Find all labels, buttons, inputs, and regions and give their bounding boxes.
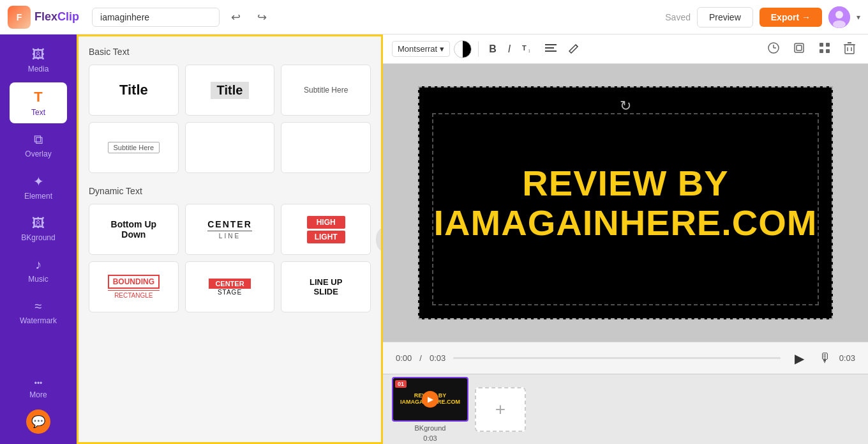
redo-button[interactable]: ↪ (252, 8, 272, 27)
svg-rect-17 (845, 45, 854, 54)
sidebar-item-watermark[interactable]: ≈ Watermark (10, 293, 67, 332)
watermark-icon: ≈ (35, 299, 42, 314)
svg-rect-16 (826, 49, 830, 53)
sidebar-item-bkground[interactable]: 🖼 BKground (10, 210, 67, 249)
avatar-chevron[interactable]: ▾ (857, 13, 860, 22)
element-icon: ✦ (33, 174, 44, 189)
divider1 (478, 42, 479, 57)
overlay-icon: ⧉ (34, 132, 43, 147)
svg-point-2 (833, 20, 846, 28)
current-time-label: 0:00 (396, 353, 412, 363)
text-card-bottom-up-down[interactable]: Bottom Up Down (89, 204, 179, 255)
color-picker-button[interactable] (454, 40, 472, 58)
panel-collapse-arrow[interactable]: ‹ (376, 228, 383, 251)
text-size-button[interactable]: T↕ (518, 40, 537, 59)
grid-button[interactable] (814, 39, 835, 59)
media-icon: 🖼 (32, 47, 45, 62)
canvas-reload-icon[interactable]: ↻ (620, 98, 631, 114)
grid-icon (818, 42, 831, 54)
italic-button[interactable]: I (504, 41, 514, 57)
avatar[interactable] (828, 6, 850, 28)
text-card-title2[interactable]: Title (185, 65, 275, 116)
bounding-content: BOUNDING RECTANGLE (108, 275, 160, 299)
highlight-content: HIGH LIGHT (307, 216, 345, 243)
bounding-sub: RECTANGLE (108, 290, 160, 299)
sidebar-item-label-element: Element (24, 192, 52, 201)
export-button[interactable]: Export → (760, 8, 822, 27)
topbar: F FlexClip ↩ ↪ Saved Preview Export → ▾ (0, 0, 868, 34)
sidebar-item-label-overlay: Overlay (25, 149, 51, 158)
main-area: 🖼 Media T Text ⧉ Overlay ✦ Element 🖼 BKg… (0, 34, 868, 444)
align-button[interactable] (541, 40, 560, 58)
sidebar-item-label-text: Text (31, 108, 45, 117)
center-stage-content: CENTER STAGE (209, 279, 250, 296)
time-separator: / (419, 353, 422, 363)
clock-button[interactable] (763, 39, 784, 59)
canvas-text-line1: REVIEW BY (434, 164, 818, 203)
canvas[interactable]: ↻ REVIEW BY IAMAGAINHERE.COM (418, 86, 833, 319)
lineup-line1: LINE UP (310, 277, 342, 287)
delete-icon (844, 42, 855, 54)
sidebar-item-label-media: Media (28, 65, 49, 73)
text-card-title1[interactable]: Title (89, 65, 179, 116)
canvas-text: REVIEW BY IAMAGAINHERE.COM (428, 157, 824, 249)
center-stage-sub: STAGE (209, 289, 250, 296)
bottom-up-line1: Bottom Up (111, 219, 157, 229)
canvas-wrapper: ↻ REVIEW BY IAMAGAINHERE.COM (383, 64, 868, 342)
text-card-empty2[interactable] (281, 122, 371, 173)
delete-button[interactable] (840, 39, 859, 59)
layers-button[interactable] (789, 39, 809, 59)
highlight-line2: LIGHT (307, 231, 345, 243)
svg-rect-11 (795, 43, 804, 52)
clip-duration-1: 0:03 (423, 434, 437, 442)
chat-bubble-button[interactable]: 💬 (26, 410, 50, 434)
clip-label-1: BKground (415, 424, 446, 432)
font-selector[interactable]: Montserrat ▾ (392, 41, 450, 57)
chevron-left-icon: ‹ (382, 235, 383, 244)
preview-button[interactable]: Preview (697, 7, 753, 27)
sidebar-item-text[interactable]: T Text (10, 82, 67, 123)
sidebar: 🖼 Media T Text ⧉ Overlay ✦ Element 🖼 BKg… (0, 34, 77, 444)
play-button[interactable]: ▶ (788, 347, 811, 370)
text-card-subtitle1[interactable]: Subtitle Here (281, 65, 371, 116)
text-card-center-stage[interactable]: CENTER STAGE (185, 261, 275, 312)
undo-button[interactable]: ↩ (226, 8, 246, 27)
sidebar-item-media[interactable]: 🖼 Media (10, 41, 67, 80)
text-card-center-line[interactable]: CENTER LINE (185, 204, 275, 255)
project-name-input[interactable] (92, 8, 220, 27)
play-overlay-1[interactable]: ▶ (422, 391, 438, 408)
svg-rect-15 (819, 49, 823, 53)
sidebar-item-element[interactable]: ✦ Element (10, 167, 67, 207)
sidebar-item-overlay[interactable]: ⧉ Overlay (10, 126, 67, 165)
toolbar-right (763, 39, 859, 59)
add-clip-button[interactable]: + (475, 387, 526, 432)
text-card-subtitle2[interactable]: Subtitle Here (89, 122, 179, 173)
font-chevron-icon: ▾ (440, 44, 444, 54)
canvas-text-line2: IAMAGAINHERE.COM (434, 203, 818, 243)
total-time-label: 0:03 (430, 353, 445, 363)
dynamic-text-grid: Bottom Up Down CENTER LINE HIGH LIGHT (89, 204, 371, 312)
basic-text-title: Basic Text (89, 47, 371, 57)
bottom-up-down-content: Bottom Up Down (111, 219, 157, 240)
play-icon: ▶ (795, 351, 804, 366)
more-icon: ••• (34, 379, 43, 388)
edit-button[interactable] (564, 40, 583, 59)
text-card-empty1[interactable] (185, 122, 275, 173)
sidebar-item-music[interactable]: ♪ Music (10, 251, 67, 290)
font-name-label: Montserrat (398, 44, 437, 54)
clip-thumb-1[interactable]: REVIEW BY IAMAGAINHERE.COM 01 ▶ (392, 377, 468, 422)
text-card-highlight[interactable]: HIGH LIGHT (281, 204, 371, 255)
sidebar-item-label-watermark: Watermark (20, 316, 57, 325)
text-card-lineup[interactable]: LINE UP SLIDE (281, 261, 371, 312)
lineup-content: LINE UP SLIDE (310, 277, 342, 296)
sidebar-item-label-music: Music (28, 275, 48, 284)
svg-rect-13 (819, 43, 823, 47)
progress-track[interactable] (453, 357, 780, 359)
layers-icon (793, 42, 805, 54)
text-card-bounding[interactable]: BOUNDING RECTANGLE (89, 261, 179, 312)
logo-text: FlexClip (34, 10, 79, 24)
svg-point-1 (835, 11, 843, 19)
mic-button[interactable]: 🎙 (819, 351, 832, 365)
bold-button[interactable]: B (485, 41, 500, 57)
sidebar-item-more[interactable]: ••• More (10, 374, 67, 404)
